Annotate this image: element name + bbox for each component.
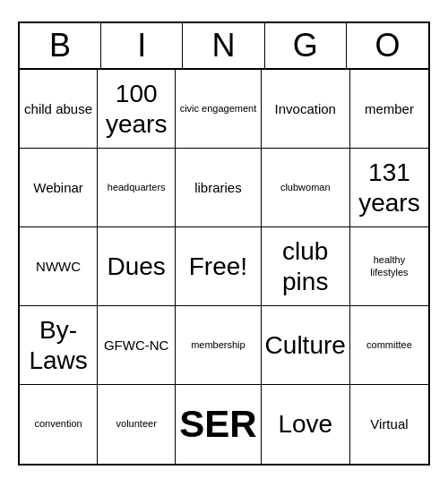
- cell-text: 131 years: [354, 158, 425, 218]
- bingo-cell: Webinar: [20, 149, 98, 227]
- bingo-card: BINGO child abuse100 yearscivic engageme…: [18, 21, 430, 466]
- cell-text: By-Laws: [23, 315, 93, 375]
- bingo-cell: Invocation: [262, 70, 350, 149]
- cell-text: member: [365, 101, 414, 117]
- bingo-cell: Dues: [98, 227, 176, 306]
- bingo-cell: headquarters: [98, 149, 176, 227]
- cell-text: Webinar: [33, 180, 83, 196]
- cell-text: NWWC: [36, 259, 81, 275]
- cell-text: clubwoman: [280, 182, 331, 193]
- cell-text: volunteer: [116, 418, 157, 430]
- bingo-cell: 131 years: [350, 149, 428, 227]
- cell-text: civic engagement: [180, 103, 257, 115]
- bingo-header-letter: N: [183, 23, 264, 68]
- bingo-cell: SER: [176, 385, 261, 464]
- cell-text: Culture: [265, 330, 346, 361]
- bingo-cell: membership: [176, 306, 261, 385]
- bingo-cell: child abuse: [20, 70, 98, 149]
- cell-text: Invocation: [275, 101, 336, 117]
- cell-text: libraries: [194, 180, 242, 196]
- bingo-cell: club pins: [262, 227, 350, 306]
- bingo-cell: NWWC: [20, 227, 98, 306]
- bingo-cell: member: [350, 70, 428, 149]
- bingo-cell: convention: [20, 385, 98, 464]
- bingo-cell: Free!: [176, 227, 261, 306]
- bingo-cell: By-Laws: [20, 306, 98, 385]
- bingo-cell: civic engagement: [176, 70, 261, 149]
- bingo-header-letter: B: [20, 23, 101, 68]
- cell-text: headquarters: [108, 182, 166, 193]
- bingo-cell: healthy lifestyles: [350, 227, 428, 306]
- cell-text: GFWC-NC: [104, 337, 168, 354]
- bingo-cell: libraries: [176, 149, 261, 227]
- bingo-header-letter: O: [347, 23, 428, 68]
- bingo-cell: Virtual: [350, 385, 428, 464]
- cell-text: 100 years: [101, 79, 171, 139]
- bingo-cell: committee: [350, 306, 428, 385]
- bingo-header-letter: G: [265, 23, 347, 68]
- cell-text: committee: [366, 339, 412, 351]
- bingo-header-letter: I: [101, 23, 183, 68]
- bingo-grid: child abuse100 yearscivic engagementInvo…: [20, 70, 428, 464]
- bingo-cell: volunteer: [98, 385, 176, 464]
- bingo-cell: GFWC-NC: [98, 306, 176, 385]
- cell-text: child abuse: [24, 101, 92, 117]
- cell-text: membership: [191, 339, 246, 351]
- cell-text: convention: [34, 418, 82, 430]
- cell-text: Dues: [108, 252, 166, 282]
- bingo-cell: 100 years: [98, 70, 176, 149]
- cell-text: healthy lifestyles: [354, 254, 425, 278]
- cell-text: SER: [179, 402, 256, 447]
- bingo-cell: Culture: [262, 306, 350, 385]
- cell-text: Virtual: [370, 416, 408, 432]
- cell-text: Free!: [189, 252, 247, 282]
- bingo-cell: Love: [262, 385, 350, 464]
- cell-text: Love: [278, 409, 332, 440]
- cell-text: club pins: [265, 236, 346, 296]
- bingo-header: BINGO: [20, 23, 428, 70]
- bingo-cell: clubwoman: [262, 149, 350, 227]
